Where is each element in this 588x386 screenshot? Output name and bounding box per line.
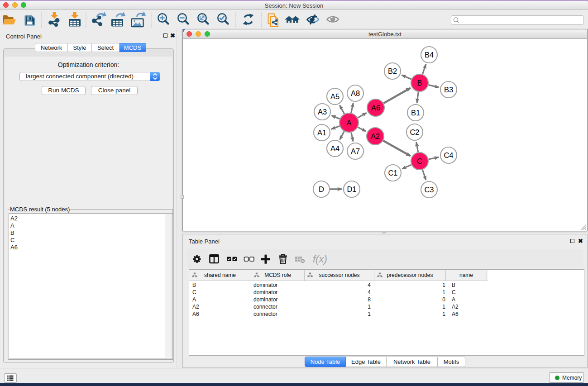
svg-text:A5: A5 (330, 92, 339, 100)
svg-text:f(x): f(x) (313, 253, 327, 265)
svg-text:C4: C4 (444, 151, 453, 159)
svg-text:A: A (346, 119, 351, 127)
svg-text:C2: C2 (410, 128, 419, 136)
svg-text:B3: B3 (444, 86, 453, 94)
svg-text:A2: A2 (371, 132, 380, 140)
svg-text:A8: A8 (351, 89, 360, 97)
svg-text:D1: D1 (347, 185, 356, 193)
svg-text:A6: A6 (371, 104, 380, 112)
svg-text:B1: B1 (411, 109, 420, 117)
svg-text:A3: A3 (318, 108, 327, 116)
svg-text:A4: A4 (330, 144, 339, 152)
svg-text:C3: C3 (424, 186, 434, 194)
svg-text:B: B (417, 79, 422, 87)
svg-text:C1: C1 (388, 169, 397, 177)
svg-text:C: C (417, 157, 422, 165)
svg-text:D: D (319, 185, 324, 193)
svg-text:A1: A1 (317, 129, 326, 137)
svg-text:B4: B4 (425, 51, 434, 59)
svg-text:B2: B2 (388, 67, 397, 75)
svg-text:A7: A7 (351, 147, 360, 155)
